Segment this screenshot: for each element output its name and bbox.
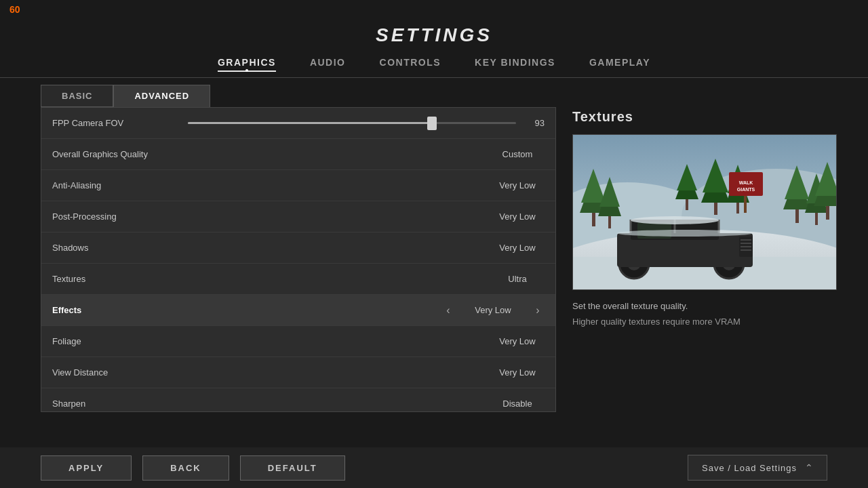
label-anti-aliasing: Anti-Aliasing — [52, 180, 188, 190]
setting-row-post-processing: Post-Processing Very Low — [41, 201, 555, 232]
svg-point-48 — [631, 216, 719, 224]
label-view-distance: View Distance — [52, 367, 188, 378]
subtab-basic[interactable]: BASIC — [41, 85, 113, 107]
fpp-slider-container: 93 — [188, 118, 545, 128]
tab-gameplay[interactable]: GAMEPLAY — [589, 57, 650, 72]
label-fpp-camera-fov: FPP Camera FOV — [52, 118, 188, 128]
control-textures: Ultra — [188, 274, 545, 284]
value-view-distance: Very Low — [490, 367, 545, 378]
settings-list: FPP Camera FOV 93 Overall Graphics Quali… — [41, 107, 556, 412]
content-area: BASIC ADVANCED FPP Camera FOV 93 Overall… — [41, 85, 827, 412]
label-textures: Textures — [52, 274, 188, 284]
texture-desc1: Set the overall texture quality. — [572, 301, 837, 311]
svg-rect-14 — [815, 213, 818, 225]
back-button[interactable]: BACK — [142, 455, 229, 481]
svg-rect-5 — [592, 213, 595, 226]
setting-row-sharpen: Sharpen Disable — [41, 388, 555, 412]
label-effects: Effects — [52, 305, 188, 315]
control-view-distance: Very Low — [188, 367, 545, 378]
svg-text:WALK: WALK — [739, 180, 753, 185]
tab-controls[interactable]: CONTROLS — [380, 57, 441, 72]
save-load-button[interactable]: Save / Load Settings ⌃ — [688, 455, 827, 481]
svg-point-49 — [617, 230, 753, 237]
tab-audio[interactable]: AUDIO — [310, 57, 346, 72]
bottom-bar: APPLY BACK DEFAULT Save / Load Settings … — [0, 447, 868, 488]
setting-row-overall-quality: Overall Graphics Quality Custom — [41, 139, 555, 170]
subtab-advanced[interactable]: ADVANCED — [113, 85, 210, 107]
value-shadows: Very Low — [490, 243, 545, 253]
control-foliage: Very Low — [188, 336, 545, 346]
label-foliage: Foliage — [52, 336, 188, 346]
svg-rect-20 — [686, 199, 688, 210]
fpp-slider-value: 93 — [524, 118, 545, 128]
right-panel: Textures — [556, 85, 837, 412]
texture-desc2: Higher quality textures require more VRA… — [572, 317, 837, 327]
value-sharpen: Disable — [490, 399, 545, 409]
control-shadows: Very Low — [188, 243, 545, 253]
svg-rect-26 — [736, 203, 739, 214]
setting-row-effects: Effects ‹ Very Low › — [41, 295, 555, 326]
control-effects: ‹ Very Low › — [188, 304, 545, 317]
control-post-processing: Very Low — [188, 211, 545, 222]
svg-text:GIANTS: GIANTS — [737, 187, 755, 192]
control-anti-aliasing: Very Low — [188, 180, 545, 190]
page-title: SETTINGS — [0, 0, 868, 46]
fpp-slider-fill — [188, 122, 434, 124]
fpp-slider-thumb[interactable] — [427, 117, 437, 130]
svg-rect-23 — [714, 203, 717, 215]
value-textures: Ultra — [490, 274, 545, 284]
label-overall-quality: Overall Graphics Quality — [52, 149, 188, 159]
tab-graphics[interactable]: GRAPHICS — [218, 57, 276, 72]
control-overall-quality: Custom — [188, 149, 545, 159]
fps-counter: 60 — [9, 4, 20, 15]
setting-row-textures: Textures Ultra — [41, 264, 555, 295]
setting-row-view-distance: View Distance Very Low — [41, 357, 555, 388]
apply-button[interactable]: APPLY — [41, 455, 132, 481]
setting-row-fpp-camera-fov: FPP Camera FOV 93 — [41, 108, 555, 139]
svg-rect-30 — [744, 196, 747, 213]
fpp-slider-track[interactable] — [188, 122, 516, 124]
value-effects: Very Low — [466, 305, 520, 315]
label-post-processing: Post-Processing — [52, 211, 188, 222]
left-panel: BASIC ADVANCED FPP Camera FOV 93 Overall… — [41, 85, 556, 412]
control-sharpen: Disable — [188, 399, 545, 409]
textures-panel-title: Textures — [572, 109, 837, 125]
setting-row-shadows: Shadows Very Low — [41, 232, 555, 264]
effects-arrow-left[interactable]: ‹ — [441, 304, 455, 317]
texture-preview-image: WALK GIANTS — [572, 134, 837, 290]
value-overall-quality: Custom — [490, 149, 545, 159]
svg-rect-8 — [608, 216, 611, 228]
setting-row-anti-aliasing: Anti-Aliasing Very Low — [41, 170, 555, 201]
label-sharpen: Sharpen — [52, 399, 188, 409]
chevron-up-icon: ⌃ — [805, 462, 813, 473]
svg-rect-11 — [795, 209, 799, 223]
effects-arrow-right[interactable]: › — [531, 304, 545, 317]
nav-tabs: GRAPHICS AUDIO CONTROLS KEY BINDINGS GAM… — [0, 57, 868, 78]
save-load-label: Save / Load Settings — [702, 463, 797, 473]
setting-row-foliage: Foliage Very Low — [41, 326, 555, 357]
tab-keybindings[interactable]: KEY BINDINGS — [475, 57, 555, 72]
label-shadows: Shadows — [52, 243, 188, 253]
value-post-processing: Very Low — [490, 211, 545, 222]
value-anti-aliasing: Very Low — [490, 180, 545, 190]
svg-rect-17 — [826, 206, 829, 220]
value-foliage: Very Low — [490, 336, 545, 346]
default-button[interactable]: DEFAULT — [240, 455, 345, 481]
sub-tabs: BASIC ADVANCED — [41, 85, 556, 107]
